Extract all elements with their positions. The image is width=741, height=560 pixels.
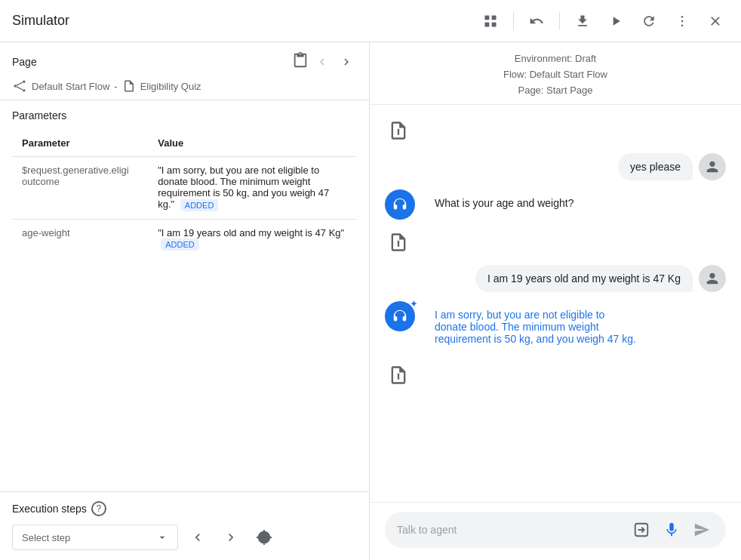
info-doc-icon [385, 362, 412, 389]
mic-button[interactable] [660, 518, 684, 542]
params-section: Parameters Parameter Value $request.gene… [0, 100, 369, 491]
chat-messages: yes please What is your age and weight? … [370, 105, 741, 502]
app-header: Simulator [0, 0, 741, 42]
chat-header: Environment: Draft Flow: Default Start F… [370, 42, 741, 105]
main-content: Page [0, 42, 741, 560]
right-panel: Environment: Draft Flow: Default Start F… [370, 42, 741, 560]
execution-label: Execution steps [12, 503, 87, 515]
more-icon [675, 14, 690, 29]
agent-avatar-wrapper: ✦ [385, 301, 415, 331]
col-parameter: Parameter [13, 130, 149, 157]
more-button[interactable] [669, 8, 696, 35]
agent-bubble: What is your age and weight? [423, 189, 586, 217]
agent-avatar-wrapper [385, 189, 415, 220]
download-icon [575, 14, 590, 29]
svg-line-11 [17, 87, 23, 90]
chat-input-wrapper [385, 512, 726, 548]
table-row: age-weight"I am 19 years old and my weig… [13, 219, 357, 259]
ai-sparkle-icon: ✦ [410, 298, 418, 309]
user-message-row: I am 19 years old and my weight is 47 Kg [385, 265, 726, 292]
added-badge: ADDED [161, 238, 199, 251]
clipboard-icon[interactable] [292, 52, 309, 72]
header-divider-2 [559, 12, 560, 30]
svg-rect-0 [485, 15, 490, 20]
param-name-cell: $request.generative.eligi outcome [13, 157, 149, 220]
svg-line-10 [17, 82, 23, 85]
exec-prev-button[interactable] [184, 524, 211, 551]
step-select-placeholder: Select step [22, 532, 70, 543]
svg-point-6 [681, 24, 684, 26]
svg-rect-2 [485, 22, 490, 26]
param-value-cell: "I am sorry, but you are not eligible to… [149, 157, 356, 220]
left-panel: Page [0, 42, 370, 560]
user-bubble: yes please [618, 153, 693, 180]
params-table: Parameter Value $request.generative.elig… [12, 129, 357, 259]
execution-header: Execution steps ? [12, 501, 357, 516]
send-button[interactable] [690, 518, 714, 542]
breadcrumb-sep: - [114, 81, 117, 92]
chat-page-line: Page: Start Page [385, 83, 726, 99]
close-button[interactable] [702, 8, 729, 35]
agent-avatar [385, 189, 415, 220]
svg-point-8 [23, 81, 25, 83]
page-controls [292, 51, 357, 72]
close-icon [708, 14, 723, 29]
refresh-icon [641, 14, 656, 29]
svg-point-9 [23, 89, 25, 91]
params-label: Parameters [12, 109, 357, 122]
page-header: Page [12, 51, 357, 72]
agent-message-row: ✦I am sorry, but you are not eligible to… [385, 301, 726, 352]
chat-input[interactable] [397, 524, 623, 536]
breadcrumb-page: Eligibility Quiz [140, 81, 201, 92]
submit-text-button[interactable] [629, 518, 653, 542]
prev-page-button[interactable] [312, 51, 333, 72]
page-section: Page [0, 42, 369, 100]
user-bubble: I am 19 years old and my weight is 47 Kg [475, 265, 693, 292]
agent-bubble: I am sorry, but you are not eligible to … [423, 301, 649, 352]
user-avatar [699, 265, 726, 292]
page-label: Page [12, 56, 37, 68]
send-icon [693, 522, 710, 538]
svg-point-7 [14, 85, 17, 87]
download-button[interactable] [569, 8, 596, 35]
mic-icon [663, 522, 680, 538]
undo-icon [529, 14, 544, 29]
execution-section: Execution steps ? Select step [0, 491, 369, 560]
doc-info-icon [388, 120, 409, 141]
info-doc-icon [385, 229, 412, 256]
param-value-cell: "I am 19 years old and my weight is 47 K… [149, 219, 356, 259]
breadcrumb: Default Start Flow - Eligibility Quiz [12, 78, 357, 94]
col-value: Value [149, 130, 356, 157]
agent-message-row: What is your age and weight? [385, 189, 726, 220]
svg-point-4 [681, 15, 684, 17]
info-icon-row [385, 362, 726, 389]
next-page-button[interactable] [336, 51, 357, 72]
breadcrumb-flow: Default Start Flow [32, 81, 109, 92]
app-title: Simulator [12, 13, 477, 29]
grid-icon-button[interactable] [477, 8, 504, 35]
table-row: $request.generative.eligi outcome"I am s… [13, 157, 357, 220]
submit-text-icon [633, 522, 650, 538]
execution-controls: Select step [12, 524, 357, 551]
play-button[interactable] [602, 8, 629, 35]
info-icon-row [385, 117, 726, 144]
exec-next-button[interactable] [217, 524, 244, 551]
play-icon [608, 14, 623, 29]
doc-info-icon [388, 232, 409, 253]
added-badge: ADDED [180, 199, 219, 211]
doc-info-icon [388, 365, 409, 386]
chat-env-line: Environment: Draft [385, 51, 726, 67]
svg-rect-3 [492, 22, 497, 26]
refresh-button[interactable] [635, 8, 663, 35]
header-toolbar [477, 8, 729, 35]
exec-target-button[interactable] [251, 524, 278, 551]
svg-rect-1 [492, 15, 497, 20]
chevron-down-icon [156, 531, 168, 543]
step-select[interactable]: Select step [12, 525, 178, 550]
header-divider-1 [513, 12, 514, 30]
help-icon[interactable]: ? [91, 501, 106, 516]
grid-icon [483, 14, 498, 29]
undo-button[interactable] [523, 8, 550, 35]
user-message-row: yes please [385, 153, 726, 180]
user-avatar [699, 153, 726, 180]
